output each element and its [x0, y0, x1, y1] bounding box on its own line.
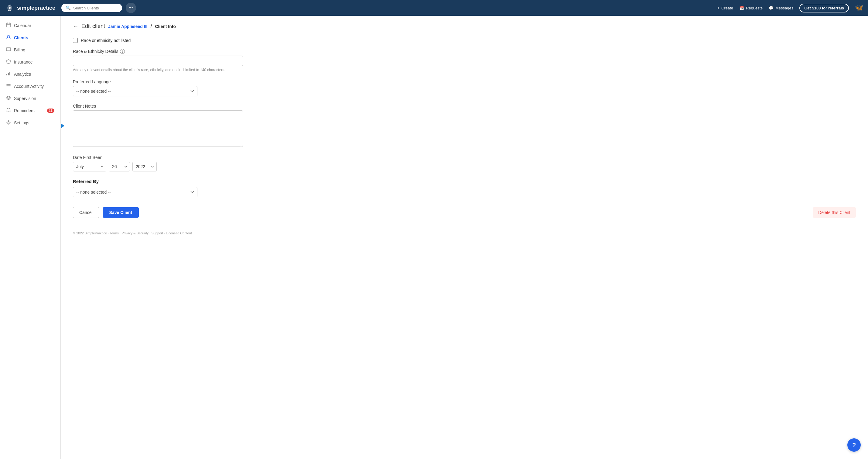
nav-actions: + Create 📅 Requests 💬 Messages Get $100 … — [717, 4, 863, 12]
app-layout: Calendar Clients Billing Insurance Analy… — [0, 16, 868, 459]
race-not-listed-label[interactable]: Race or ethnicity not listed — [81, 38, 131, 43]
billing-icon — [6, 47, 11, 53]
date-month-select[interactable]: January February March April May June Ju… — [73, 162, 106, 171]
preferred-language-section: Preferred Language -- none selected -- E… — [73, 79, 856, 96]
supervision-icon — [6, 95, 11, 102]
date-year-select[interactable]: 2020 2021 2022 2023 — [132, 162, 157, 171]
svg-point-8 — [8, 122, 9, 123]
sidebar-item-insurance[interactable]: Insurance — [0, 56, 60, 68]
race-details-hint: Add any relevant details about the clien… — [73, 68, 856, 72]
client-notes-section: Client Notes — [73, 104, 856, 148]
sidebar-item-calendar[interactable]: Calendar — [0, 20, 60, 32]
referral-button[interactable]: Get $100 for referrals — [799, 4, 849, 12]
requests-label: Requests — [746, 6, 763, 10]
calendar-icon: 📅 — [739, 6, 744, 10]
referred-by-label: Referred By — [73, 179, 856, 184]
referred-by-section: Referred By -- none selected -- — [73, 179, 856, 197]
sidebar-item-account-activity[interactable]: Account Activity — [0, 80, 60, 92]
sidebar-label-billing: Billing — [14, 48, 25, 52]
race-details-input[interactable] — [73, 56, 243, 66]
sidebar-label-reminders: Reminders — [14, 108, 35, 113]
logo-icon — [5, 3, 14, 13]
blue-arrow-annotation — [61, 120, 70, 132]
breadcrumb-section: Client Info — [155, 24, 176, 29]
svg-rect-5 — [8, 73, 9, 76]
requests-button[interactable]: 📅 Requests — [739, 6, 763, 10]
search-icon: 🔍 — [66, 5, 71, 10]
action-row: Cancel Save Client Delete this Client — [73, 207, 856, 225]
date-row: January February March April May June Ju… — [73, 162, 856, 171]
sidebar-label-supervision: Supervision — [14, 96, 36, 101]
date-first-seen-label: Date First Seen — [73, 155, 856, 160]
svg-rect-6 — [9, 72, 10, 76]
message-icon: 💬 — [769, 6, 774, 10]
calendar-icon — [6, 23, 11, 29]
sidebar-item-clients[interactable]: Clients — [0, 32, 60, 44]
referred-by-select[interactable]: -- none selected -- — [73, 187, 197, 197]
settings-icon — [6, 120, 11, 126]
race-checkbox-row: Race or ethnicity not listed — [73, 38, 856, 43]
top-navigation: simplepractice 🔍 〜 + Create 📅 Requests 💬… — [0, 0, 868, 16]
app-name: simplepractice — [17, 5, 55, 11]
sidebar-label-clients: Clients — [14, 35, 28, 40]
sidebar-item-supervision[interactable]: Supervision — [0, 92, 60, 105]
breadcrumb-client-name[interactable]: Jamie Appleseed III — [108, 24, 147, 29]
footer: © 2022 SimplePractice · Terms · Privacy … — [73, 231, 856, 240]
reminders-icon — [6, 108, 11, 114]
sidebar-label-analytics: Analytics — [14, 72, 31, 77]
analytics-icon — [6, 71, 11, 77]
race-not-listed-checkbox[interactable] — [73, 38, 78, 43]
preferred-language-label: Preferred Language — [73, 79, 856, 84]
plus-icon: + — [717, 6, 719, 10]
sidebar-item-settings[interactable]: Settings — [0, 117, 60, 129]
reminders-badge: 11 — [47, 109, 54, 113]
delete-client-button[interactable]: Delete this Client — [813, 207, 856, 218]
messages-button[interactable]: 💬 Messages — [769, 6, 793, 10]
butterfly-icon[interactable]: 🦋 — [855, 4, 863, 12]
create-button[interactable]: + Create — [717, 6, 733, 10]
save-client-button[interactable]: Save Client — [103, 207, 139, 218]
search-bar[interactable]: 🔍 — [61, 4, 122, 12]
sidebar-item-reminders[interactable]: Reminders 11 — [0, 105, 60, 117]
messages-label: Messages — [775, 6, 793, 10]
create-label: Create — [721, 6, 733, 10]
clients-icon — [6, 35, 11, 41]
race-details-help-icon[interactable]: ? — [120, 49, 125, 54]
sidebar-item-analytics[interactable]: Analytics — [0, 68, 60, 80]
preferred-language-select[interactable]: -- none selected -- English Spanish Fren… — [73, 86, 197, 96]
svg-rect-3 — [6, 48, 11, 51]
sidebar-item-billing[interactable]: Billing — [0, 44, 60, 56]
app-logo[interactable]: simplepractice — [5, 3, 55, 13]
svg-marker-9 — [61, 123, 64, 128]
analytics-trend-button[interactable]: 〜 — [126, 3, 136, 13]
sidebar-label-calendar: Calendar — [14, 23, 31, 28]
sidebar: Calendar Clients Billing Insurance Analy… — [0, 16, 61, 459]
footer-text: © 2022 SimplePractice · Terms · Privacy … — [73, 231, 192, 235]
svg-point-7 — [8, 97, 9, 99]
sidebar-label-account-activity: Account Activity — [14, 84, 44, 89]
trend-icon: 〜 — [128, 5, 133, 11]
svg-rect-1 — [6, 23, 11, 27]
client-notes-textarea[interactable] — [73, 110, 243, 147]
account-activity-icon — [6, 83, 11, 89]
sidebar-label-settings: Settings — [14, 120, 29, 125]
svg-point-2 — [8, 35, 9, 37]
main-content: ← Edit client Jamie Appleseed III / Clie… — [61, 16, 868, 459]
breadcrumb-separator: / — [150, 23, 152, 29]
race-details-label: Race & Ethnicity Details ? — [73, 49, 856, 54]
back-button[interactable]: ← — [73, 23, 79, 29]
svg-point-0 — [9, 7, 11, 9]
breadcrumb: ← Edit client Jamie Appleseed III / Clie… — [73, 23, 856, 29]
help-button[interactable]: ? — [847, 438, 861, 452]
search-input[interactable] — [73, 6, 113, 10]
client-notes-label: Client Notes — [73, 104, 856, 109]
insurance-icon — [6, 59, 11, 65]
date-first-seen-section: Date First Seen January February March A… — [73, 155, 856, 171]
race-details-section: Race & Ethnicity Details ? Add any relev… — [73, 49, 856, 72]
breadcrumb-prefix: Edit client — [82, 23, 105, 29]
cancel-button[interactable]: Cancel — [73, 207, 99, 218]
sidebar-label-insurance: Insurance — [14, 60, 32, 64]
svg-rect-4 — [6, 74, 7, 76]
date-day-select[interactable]: 1 25 26 27 — [109, 162, 130, 171]
